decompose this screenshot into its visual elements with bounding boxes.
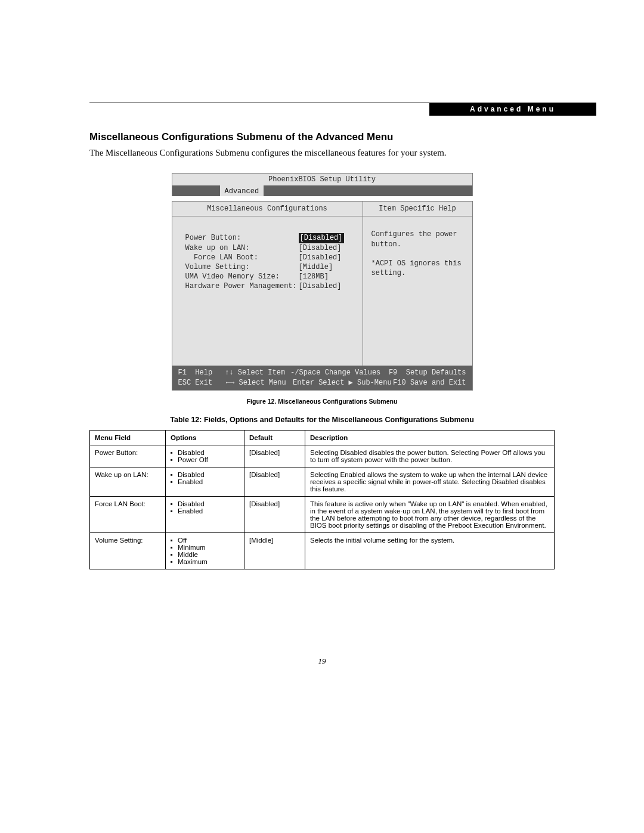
cell-default: [Middle] (244, 532, 305, 569)
bios-help-line: Configures the power (371, 230, 466, 239)
cell-description: Selects the initial volume setting for t… (305, 532, 555, 569)
bios-footer-change-values: -/Space Change Values (290, 368, 389, 377)
cell-description: This feature is active only when "Wake u… (305, 496, 555, 532)
figure-caption: Figure 12. Miscellaneous Configurations … (89, 398, 555, 405)
cell-options: OffMinimumMiddleMaximum (166, 532, 244, 569)
cell-menu-field: Wake up on LAN: (90, 467, 166, 496)
table-row: Power Button:DisabledPower Off[Disabled]… (90, 445, 555, 467)
bios-left-col: Miscellaneous Configurations (172, 202, 363, 216)
bios-right-header: Item Specific Help (363, 202, 472, 216)
bios-option-label: Hardware Power Management: (185, 281, 299, 291)
bios-option-row: Power Button:[Disabled] (185, 233, 354, 243)
bios-tab-bar: Advanced (172, 185, 473, 196)
bios-footer-setup-defaults: F9 Setup Defaults (389, 368, 466, 377)
option-item: Disabled (171, 471, 239, 478)
bios-active-tab: Advanced (220, 185, 264, 196)
table-row: Volume Setting:OffMinimumMiddleMaximum[M… (90, 532, 555, 569)
bios-screenshot: PhoenixBIOS Setup Utility Advanced Misce… (172, 173, 473, 391)
cell-default: [Disabled] (244, 467, 305, 496)
th-description: Description (305, 430, 555, 445)
bios-left-header: Miscellaneous Configurations (172, 202, 363, 216)
bios-help-line: setting. (371, 268, 466, 278)
option-item: Off (171, 537, 239, 544)
cell-default: [Disabled] (244, 445, 305, 467)
bios-help-line: button. (371, 240, 466, 249)
bios-option-value: [Disabled] (299, 281, 342, 291)
bios-footer: F1 Help ↑↓ Select Item -/Space Change Va… (172, 366, 473, 390)
cell-description: Selecting Disabled disables the power bu… (305, 445, 555, 467)
bios-option-value: [Disabled] (299, 233, 344, 243)
option-item: Disabled (171, 500, 239, 507)
table-row: Wake up on LAN:DisabledEnabled[Disabled]… (90, 467, 555, 496)
bios-footer-submenu: Enter Select ▶ Sub-Menu (293, 378, 393, 388)
th-options: Options (166, 430, 244, 445)
table-row: Force LAN Boot:DisabledEnabled[Disabled]… (90, 496, 555, 532)
option-item: Maximum (171, 558, 239, 565)
bios-option-row: Wake up on LAN:[Disabled] (185, 243, 354, 253)
bios-option-label: Wake up on LAN: (185, 243, 299, 253)
cell-menu-field: Power Button: (90, 445, 166, 467)
page-number: 19 (0, 657, 644, 666)
bios-option-value: [128MB] (299, 272, 329, 281)
config-table: Menu Field Options Default Description P… (89, 430, 555, 569)
cell-options: DisabledEnabled (166, 496, 244, 532)
section-heading: Miscellaneous Configurations Submenu of … (89, 131, 555, 143)
bios-options-pane: Power Button:[Disabled]Wake up on LAN:[D… (172, 216, 363, 366)
bios-footer-save-exit: F10 Save and Exit (393, 378, 466, 388)
option-item: Middle (171, 551, 239, 558)
intro-paragraph: The Miscellaneous Configurations Submenu… (89, 148, 555, 158)
bios-footer-row-1: F1 Help ↑↓ Select Item -/Space Change Va… (178, 368, 466, 377)
bios-option-value: [Disabled] (299, 253, 342, 262)
bios-footer-help: F1 Help (178, 368, 225, 377)
bios-option-value: [Middle] (299, 262, 333, 272)
cell-options: DisabledPower Off (166, 445, 244, 467)
bios-footer-row-2: ESC Exit ←→ Select Menu Enter Select ▶ S… (178, 378, 466, 388)
bios-footer-select-menu: ←→ Select Menu (226, 378, 293, 388)
th-default: Default (244, 430, 305, 445)
cell-options: DisabledEnabled (166, 467, 244, 496)
bios-right-col: Item Specific Help (363, 202, 472, 216)
cell-menu-field: Volume Setting: (90, 532, 166, 569)
bios-option-row: Volume Setting:[Middle] (185, 262, 354, 272)
option-item: Enabled (171, 507, 239, 515)
bios-option-row: UMA Video Memory Size:[128MB] (185, 272, 354, 281)
th-menu-field: Menu Field (90, 430, 166, 445)
option-item: Minimum (171, 544, 239, 551)
bios-option-value: [Disabled] (299, 243, 342, 253)
bios-option-row: Force LAN Boot:[Disabled] (185, 253, 354, 262)
cell-description: Selecting Enabled allows the system to w… (305, 467, 555, 496)
table-header-row: Menu Field Options Default Description (90, 430, 555, 445)
header-tab: Advanced Menu (429, 103, 596, 116)
bios-footer-exit: ESC Exit (178, 378, 226, 388)
bios-body: Miscellaneous Configurations Item Specif… (172, 201, 473, 366)
bios-option-label: UMA Video Memory Size: (185, 272, 299, 281)
cell-default: [Disabled] (244, 496, 305, 532)
bios-footer-select-item: ↑↓ Select Item (225, 368, 290, 377)
table-caption: Table 12: Fields, Options and Defaults f… (89, 416, 555, 424)
bios-option-label: Power Button: (185, 233, 299, 243)
option-item: Disabled (171, 449, 239, 456)
bios-title: PhoenixBIOS Setup Utility (172, 173, 473, 185)
bios-help-pane: Configures the powerbutton. *ACPI OS ign… (363, 216, 472, 366)
option-item: Enabled (171, 478, 239, 485)
bios-option-label: Volume Setting: (185, 262, 299, 272)
bios-help-line (371, 249, 466, 259)
cell-menu-field: Force LAN Boot: (90, 496, 166, 532)
option-item: Power Off (171, 456, 239, 463)
bios-option-label: Force LAN Boot: (185, 253, 299, 262)
bios-option-row: Hardware Power Management:[Disabled] (185, 281, 354, 291)
bios-help-line: *ACPI OS ignores this (371, 259, 466, 268)
